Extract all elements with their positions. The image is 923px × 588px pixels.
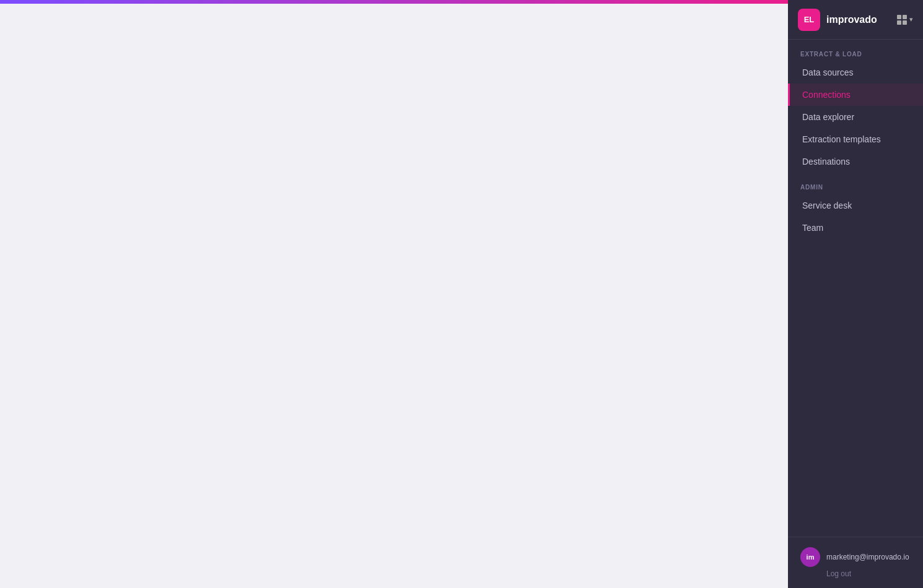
extract-load-label: EXTRACT & LOAD: [788, 40, 923, 61]
sidebar-item-service-desk[interactable]: Service desk: [788, 194, 923, 217]
sidebar-item-connections[interactable]: Connections: [788, 84, 923, 106]
sidebar-item-data-explorer[interactable]: Data explorer: [788, 106, 923, 128]
sidebar-item-label: Team: [802, 223, 823, 233]
sidebar: EL improvado ▾ EXTRACT & LOAD Data sourc…: [788, 0, 923, 588]
sidebar-item-label: Data explorer: [802, 112, 854, 122]
sidebar-header: EL improvado ▾: [788, 0, 923, 40]
accent-bar: [0, 0, 788, 4]
logo-text: improvado: [826, 14, 877, 25]
sidebar-item-data-sources[interactable]: Data sources: [788, 61, 923, 84]
sidebar-item-label: Destinations: [802, 157, 850, 166]
grid-icon[interactable]: ▾: [897, 15, 913, 25]
sidebar-item-label: Extraction templates: [802, 134, 881, 144]
sidebar-item-label: Connections: [802, 90, 851, 100]
user-row: im marketing@improvado.io: [800, 547, 911, 567]
sidebar-item-label: Service desk: [802, 201, 852, 210]
admin-label: ADMIN: [788, 173, 923, 194]
logo-badge: EL: [798, 9, 820, 31]
sidebar-item-destinations[interactable]: Destinations: [788, 150, 923, 173]
user-email: marketing@improvado.io: [826, 553, 909, 561]
avatar: im: [800, 547, 820, 567]
sidebar-item-team[interactable]: Team: [788, 217, 923, 239]
sidebar-footer: im marketing@improvado.io Log out: [788, 537, 923, 588]
sidebar-item-label: Data sources: [802, 67, 853, 77]
logout-link[interactable]: Log out: [800, 569, 911, 578]
sidebar-item-extraction-templates[interactable]: Extraction templates: [788, 128, 923, 150]
